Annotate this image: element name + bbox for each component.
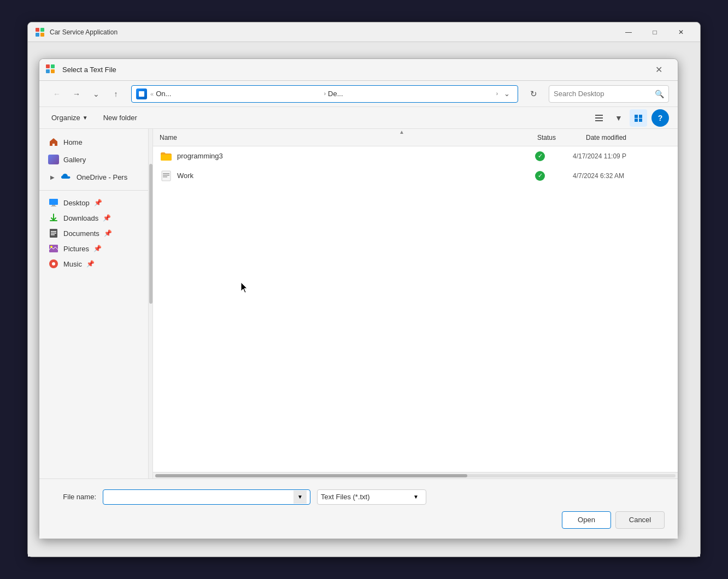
- svg-rect-14: [51, 234, 55, 235]
- music-icon: [48, 258, 59, 269]
- back-button[interactable]: ←: [48, 85, 66, 103]
- onedrive-expander-icon[interactable]: ▶: [48, 173, 57, 181]
- text-file-icon: [160, 169, 173, 182]
- sidebar-scrollbar[interactable]: [149, 129, 153, 478]
- help-button[interactable]: ?: [651, 109, 669, 127]
- search-input[interactable]: [554, 90, 655, 98]
- filetype-select-wrapper[interactable]: Text Files (*.txt) ▼: [317, 489, 426, 505]
- sidebar-music-label: Music: [63, 260, 82, 268]
- file-date: 4/17/2024 11:09 P: [573, 152, 671, 160]
- dialog-title: Select a Text File: [62, 66, 646, 74]
- svg-rect-4: [635, 115, 638, 118]
- status-synced-icon: ✓: [535, 171, 545, 181]
- sidebar-documents-label: Documents: [63, 229, 99, 238]
- content-wrapper: ▲ Name Status Date modified: [149, 129, 678, 478]
- up-button[interactable]: ↑: [107, 85, 125, 103]
- horizontal-scrollbar[interactable]: [153, 472, 678, 478]
- pictures-icon: [48, 243, 59, 254]
- filename-input-wrapper[interactable]: ▼: [103, 489, 310, 505]
- address-part-de: De...: [328, 90, 494, 98]
- documents-icon: [48, 228, 59, 239]
- svg-rect-7: [639, 119, 642, 122]
- filetype-dropdown-button[interactable]: ▼: [409, 491, 422, 504]
- minimize-button[interactable]: —: [616, 23, 641, 41]
- col-header-status[interactable]: Status: [514, 134, 579, 141]
- svg-rect-1: [595, 115, 603, 116]
- content-pane: ▲ Name Status Date modified: [153, 129, 678, 478]
- organize-button[interactable]: Organize ▼: [48, 111, 91, 124]
- file-list: programming3 ✓ 4/17/2024 11:09 P: [153, 146, 678, 472]
- sidebar-onedrive-label: OneDrive - Pers: [77, 173, 127, 181]
- sidebar-scrollbar-thumb[interactable]: [149, 164, 152, 304]
- footer-buttons: Open Cancel: [52, 511, 665, 529]
- view-details-button[interactable]: [630, 109, 647, 127]
- file-status: ✓: [507, 171, 573, 181]
- window-controls: — □ ✕: [616, 23, 694, 41]
- filename-input[interactable]: [107, 493, 293, 501]
- view-list-button[interactable]: [590, 109, 608, 127]
- downloads-icon: [48, 212, 59, 223]
- app-icon: [34, 27, 45, 38]
- music-pin-icon: 📌: [86, 260, 94, 268]
- forward-button[interactable]: →: [68, 85, 85, 103]
- address-part-on: On...: [156, 90, 322, 98]
- svg-rect-5: [639, 115, 642, 118]
- address-dropdown-button[interactable]: ⌄: [500, 87, 513, 101]
- outer-content: Select a Text File ✕ ← → ⌄ ↑ « On...: [28, 42, 700, 557]
- sidebar: Home Gallery ▶: [39, 129, 149, 478]
- search-icon: 🔍: [655, 90, 664, 98]
- sidebar-pictures-label: Pictures: [63, 245, 89, 253]
- downloads-pin-icon: 📌: [103, 214, 110, 222]
- sidebar-item-desktop[interactable]: Desktop 📌: [39, 195, 148, 210]
- sidebar-item-pictures[interactable]: Pictures 📌: [39, 241, 148, 256]
- scrollbar-thumb[interactable]: [155, 474, 467, 477]
- outer-titlebar: Car Service Application — □ ✕: [28, 22, 700, 42]
- cancel-button[interactable]: Cancel: [615, 511, 665, 529]
- file-name: programming3: [177, 152, 507, 160]
- home-icon: [48, 137, 59, 147]
- sidebar-item-home[interactable]: Home: [39, 133, 148, 151]
- svg-rect-10: [51, 206, 56, 206]
- sidebar-item-music[interactable]: Music 📌: [39, 256, 148, 271]
- dialog-close-button[interactable]: ✕: [646, 61, 671, 79]
- maximize-button[interactable]: □: [642, 23, 667, 41]
- svg-rect-22: [163, 176, 167, 178]
- scrollbar-track[interactable]: [155, 474, 676, 477]
- sidebar-item-gallery[interactable]: Gallery: [39, 151, 148, 168]
- col-header-name[interactable]: Name: [153, 134, 514, 141]
- open-button[interactable]: Open: [562, 511, 611, 529]
- recent-locations-button[interactable]: ⌄: [87, 85, 105, 103]
- file-status: ✓: [507, 151, 573, 161]
- organize-label: Organize: [51, 114, 80, 122]
- address-bar[interactable]: « On... › De... › ⌄: [131, 85, 518, 103]
- filename-dropdown-button[interactable]: ▼: [293, 491, 307, 504]
- main-area: Home Gallery ▶: [39, 129, 678, 478]
- close-window-button[interactable]: ✕: [668, 23, 694, 41]
- refresh-button[interactable]: ↻: [525, 85, 542, 103]
- folder-icon: [160, 150, 173, 163]
- col-header-date-modified[interactable]: Date modified: [579, 134, 678, 141]
- address-chevrons-left: «: [150, 91, 154, 97]
- svg-rect-20: [163, 173, 169, 174]
- file-date: 4/7/2024 6:32 AM: [573, 172, 671, 180]
- app-title: Car Service Application: [50, 28, 616, 36]
- toolbar-row: ← → ⌄ ↑ « On... › De... › ⌄: [39, 81, 678, 107]
- table-row[interactable]: programming3 ✓ 4/17/2024 11:09 P: [153, 146, 678, 166]
- svg-rect-6: [635, 119, 638, 122]
- new-folder-label: New folder: [103, 114, 137, 122]
- search-bar[interactable]: 🔍: [549, 85, 669, 103]
- new-folder-button[interactable]: New folder: [100, 111, 140, 124]
- sidebar-item-downloads[interactable]: Downloads 📌: [39, 210, 148, 226]
- table-row[interactable]: Work ✓ 4/7/2024 6:32 AM: [153, 166, 678, 186]
- sidebar-item-onedrive[interactable]: ▶ OneDrive - Pers: [39, 168, 148, 186]
- sidebar-item-documents[interactable]: Documents 📌: [39, 226, 148, 241]
- sidebar-divider: [39, 190, 148, 191]
- file-dialog: Select a Text File ✕ ← → ⌄ ↑ « On...: [39, 58, 678, 539]
- dialog-titlebar: Select a Text File ✕: [39, 59, 678, 81]
- view-dropdown-button[interactable]: ▼: [610, 109, 627, 127]
- address-location-icon: [136, 88, 147, 99]
- svg-rect-12: [51, 231, 56, 232]
- filetype-text: Text Files (*.txt): [321, 493, 409, 501]
- sort-arrow-up-icon[interactable]: ▲: [399, 129, 404, 135]
- status-synced-icon: ✓: [535, 151, 545, 161]
